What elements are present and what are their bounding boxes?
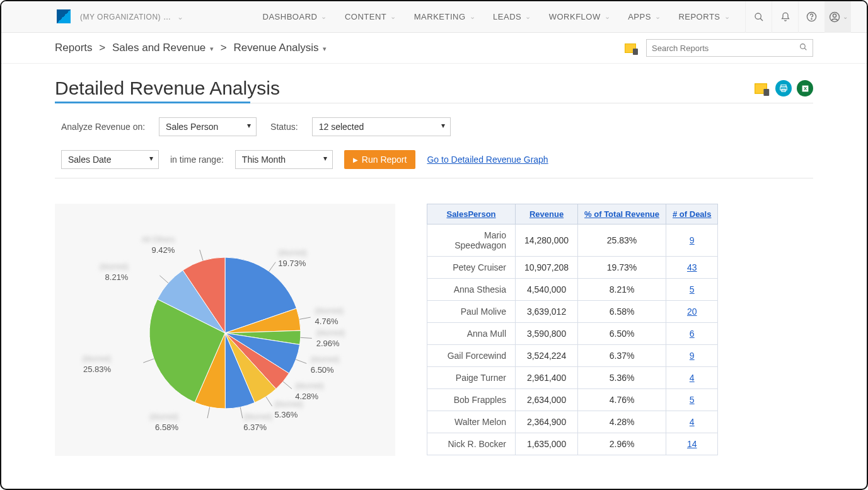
report-body: (blurred)19.73%(blurred)4.76%(blurred)2.… <box>55 178 813 456</box>
cell-deals: 4 <box>666 411 718 433</box>
cell-salesperson: Anna Mull <box>427 323 516 345</box>
svg-line-23 <box>200 250 203 260</box>
status-select[interactable]: 12 selected <box>312 117 451 136</box>
detailed-graph-link[interactable]: Go to Detailed Revenue Graph <box>427 155 548 165</box>
column-header[interactable]: Revenue <box>516 204 578 225</box>
svg-rect-9 <box>780 87 787 90</box>
nav-leads[interactable]: LEADS⌄ <box>484 1 540 33</box>
pie-slice-label: (blurred)6.58% <box>150 412 178 432</box>
search-input[interactable] <box>652 44 799 53</box>
revenue-table-wrap: SalesPersonRevenue% of Total Revenue# of… <box>427 204 718 456</box>
deals-link[interactable]: 6 <box>690 329 695 339</box>
pie-slice-label: (blurred)6.50% <box>311 355 339 375</box>
svg-line-22 <box>159 276 168 283</box>
table-row: Walter Melon2,364,9004.28%4 <box>427 411 718 433</box>
chevron-down-icon: ▾ <box>323 45 327 52</box>
time-range-select[interactable]: This Month <box>235 150 333 169</box>
deals-link[interactable]: 14 <box>687 439 697 449</box>
cell-revenue: 4,540,000 <box>516 279 578 301</box>
deals-link[interactable]: 9 <box>690 351 695 361</box>
svg-line-14 <box>299 317 311 319</box>
cell-deals: 6 <box>666 323 718 345</box>
column-header[interactable]: SalesPerson <box>427 204 516 225</box>
svg-point-0 <box>755 13 761 19</box>
search-reports[interactable] <box>646 39 813 57</box>
cell-pct: 6.50% <box>578 323 666 345</box>
column-header[interactable]: % of Total Revenue <box>578 204 666 225</box>
folder-tag-icon[interactable] <box>755 83 767 94</box>
chevron-down-icon: ⌄ <box>605 13 611 21</box>
cell-pct: 6.37% <box>578 345 666 367</box>
cell-pct: 8.21% <box>578 279 666 301</box>
cell-salesperson: Bob Frapples <box>427 389 516 411</box>
svg-line-21 <box>143 359 154 363</box>
filter-bar: Analyze Revenue on: Sales Person Status:… <box>55 103 813 178</box>
breadcrumb-page[interactable]: Revenue Analysis ▾ <box>233 42 327 54</box>
deals-link[interactable]: 4 <box>690 373 695 383</box>
chevron-down-icon: ⌄ <box>390 13 396 21</box>
column-header[interactable]: # of Deals <box>666 204 718 225</box>
cell-deals: 20 <box>666 301 718 323</box>
search-icon[interactable] <box>799 43 807 53</box>
deals-link[interactable]: 43 <box>687 262 697 272</box>
nav-apps[interactable]: APPS⌄ <box>619 1 669 33</box>
user-menu[interactable]: ⌄ <box>825 1 851 33</box>
deals-link[interactable]: 4 <box>690 417 695 427</box>
cell-salesperson: Nick R. Bocker <box>427 433 516 455</box>
cell-deals: 5 <box>666 389 718 411</box>
deals-link[interactable]: 9 <box>690 235 695 245</box>
org-switcher[interactable]: (MY ORGANIZATION) …⌄ <box>80 13 184 21</box>
table-row: Anna Sthesia4,540,0008.21%5 <box>427 279 718 301</box>
help-icon[interactable] <box>798 1 825 33</box>
export-excel-button[interactable]: X <box>797 80 813 96</box>
app-logo <box>57 9 71 23</box>
nav-reports[interactable]: REPORTS⌄ <box>669 1 739 33</box>
svg-point-5 <box>833 14 836 17</box>
table-row: Paige Turner2,961,4005.36%4 <box>427 367 718 389</box>
breadcrumb-bar: Reports > Sales and Revenue ▾ > Revenue … <box>1 33 867 64</box>
cell-revenue: 10,907,208 <box>516 257 578 279</box>
table-row: Paul Molive3,639,0126.58%20 <box>427 301 718 323</box>
cell-deals: 14 <box>666 433 718 455</box>
cell-pct: 6.58% <box>578 301 666 323</box>
svg-line-18 <box>266 397 272 406</box>
breadcrumb-section[interactable]: Sales and Revenue ▾ <box>112 42 214 54</box>
svg-line-1 <box>760 18 763 21</box>
deals-link[interactable]: 20 <box>687 306 697 317</box>
svg-line-13 <box>269 262 275 272</box>
nav-dashboard[interactable]: DASHBOARD⌄ <box>254 1 336 33</box>
cell-revenue: 2,634,000 <box>516 389 578 411</box>
pie-slice-label: (blurred)8.21% <box>100 262 128 282</box>
cell-revenue: 3,524,224 <box>516 345 578 367</box>
cell-revenue: 1,635,000 <box>516 433 578 455</box>
cell-deals: 9 <box>666 225 718 257</box>
breadcrumb-root[interactable]: Reports <box>55 42 93 54</box>
print-button[interactable] <box>775 80 792 96</box>
svg-line-20 <box>207 407 210 419</box>
deals-link[interactable]: 5 <box>690 395 695 405</box>
table-row: Mario Speedwagon14,280,00025.83%9 <box>427 225 718 257</box>
bell-icon[interactable] <box>772 1 798 33</box>
pie-slice-label: All Others9.42% <box>142 235 175 255</box>
nav-marketing[interactable]: MARKETING⌄ <box>405 1 484 33</box>
revenue-table: SalesPersonRevenue% of Total Revenue# of… <box>427 204 718 455</box>
nav-workflow[interactable]: WORKFLOW⌄ <box>540 1 620 33</box>
search-icon[interactable] <box>745 1 772 33</box>
cell-pct: 4.76% <box>578 389 666 411</box>
cell-revenue: 3,639,012 <box>516 301 578 323</box>
chevron-down-icon: ⌄ <box>724 13 731 21</box>
date-field-select[interactable]: Sales Date <box>61 150 159 169</box>
nav-content[interactable]: CONTENT⌄ <box>336 1 405 33</box>
cell-salesperson: Paul Molive <box>427 301 516 323</box>
svg-line-17 <box>283 382 292 389</box>
folder-tag-icon[interactable] <box>625 44 636 53</box>
run-report-button[interactable]: Run Report <box>344 150 416 169</box>
cell-pct: 5.36% <box>578 367 666 389</box>
deals-link[interactable]: 5 <box>690 284 695 295</box>
analyze-on-select[interactable]: Sales Person <box>159 117 257 136</box>
chevron-down-icon: ⌄ <box>470 13 476 21</box>
cell-salesperson: Walter Melon <box>427 411 516 433</box>
breadcrumb: Reports > Sales and Revenue ▾ > Revenue … <box>55 42 327 54</box>
cell-deals: 5 <box>666 279 718 301</box>
revenue-pie-chart: (blurred)19.73%(blurred)4.76%(blurred)2.… <box>55 204 395 456</box>
